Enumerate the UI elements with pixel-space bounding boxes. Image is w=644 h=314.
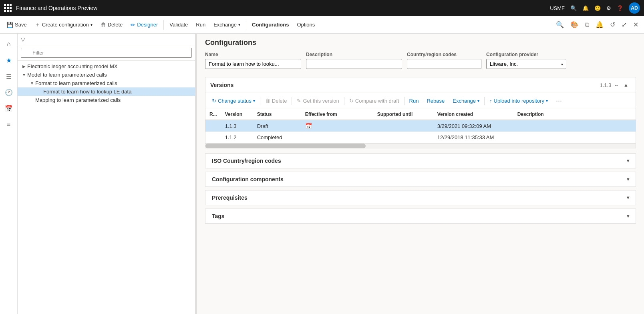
help-icon[interactable]: ❓ (617, 5, 623, 11)
scrollbar-thumb[interactable] (205, 144, 366, 148)
tree-item-format-learn[interactable]: ▼ Format to learn parameterized calls (18, 79, 195, 87)
tree-item-label-electronic-ledger: Electronic ledger accounting model MX (27, 63, 192, 69)
get-this-version-button[interactable]: ✎ Get this version (294, 97, 342, 105)
tree-item-electronic-ledger[interactable]: ▶ Electronic ledger accounting model MX (18, 62, 195, 71)
expander-format-learn[interactable]: ▼ (29, 81, 35, 85)
configurations-button[interactable]: Configurations (249, 20, 292, 29)
col-header-r: R... (205, 109, 221, 120)
create-configuration-button[interactable]: ＋ Create configuration ▾ (32, 20, 96, 30)
cell-desc-2 (513, 132, 636, 143)
prerequisites-chevron: ▾ (627, 195, 629, 201)
country-input[interactable] (407, 59, 481, 69)
tags-header[interactable]: Tags ▾ (205, 209, 636, 223)
expander-model-learn[interactable]: ▼ (21, 73, 27, 77)
configurations-label: Configurations (252, 22, 289, 28)
cell-created-2: 12/29/2018 11:35:33 AM (433, 132, 513, 143)
sidebar-clock-icon[interactable]: 🕐 (2, 85, 16, 99)
options-button[interactable]: Options (294, 20, 318, 29)
name-input[interactable] (205, 59, 301, 69)
change-status-button[interactable]: ↻ Change status ▾ (209, 97, 258, 105)
sidebar-star-icon[interactable]: ★ (2, 53, 16, 67)
expander-mapping-learn[interactable] (29, 98, 35, 102)
cell-supported-2 (373, 132, 433, 143)
expander-format-lookup[interactable] (37, 89, 43, 94)
change-status-chevron: ▾ (253, 99, 255, 103)
search-icon-top[interactable]: 🔍 (570, 5, 577, 11)
sidebar-calendar-icon[interactable]: 📅 (2, 101, 16, 115)
filter-icon-button[interactable]: ▽ (19, 34, 27, 44)
rebase-button[interactable]: Rebase (423, 97, 448, 105)
col-header-effective: Effective from (301, 109, 373, 120)
delete-icon: 🗑 (101, 22, 106, 28)
refresh-icon[interactable]: ↺ (608, 19, 618, 30)
toolbar: 💾 Save ＋ Create configuration ▾ 🗑 Delete… (0, 16, 644, 34)
delete-label: Delete (108, 22, 123, 28)
run-label-ver: Run (409, 98, 419, 104)
designer-button[interactable]: ✏ Designer (127, 20, 161, 30)
iso-country-header[interactable]: ISO Country/region codes ▾ (205, 154, 636, 168)
expander-electronic-ledger[interactable]: ▶ (21, 64, 27, 69)
toolbar-separator-2 (246, 20, 246, 30)
get-version-label: Get this version (303, 98, 339, 104)
versions-delete-label: Delete (272, 98, 287, 104)
search-button-toolbar[interactable]: 🔍 (553, 19, 566, 30)
sidebar-list-icon[interactable]: ≡ (2, 117, 16, 132)
rebase-label: Rebase (427, 98, 445, 104)
notification-icon-toolbar[interactable]: 🔔 (593, 19, 606, 30)
sidebar-menu-icon[interactable]: ☰ (2, 69, 16, 83)
validate-button[interactable]: Validate (166, 20, 191, 29)
versions-table: R... Version Status Effective from Suppo… (205, 109, 636, 143)
tree-item-mapping-learn[interactable]: Mapping to learn parameterized calls (18, 96, 195, 104)
smile-icon[interactable]: 🙂 (594, 5, 601, 11)
tags-section: Tags ▾ (205, 209, 636, 224)
versions-toolbar: ↻ Change status ▾ 🗑 Delete ✎ Get this ve… (205, 93, 636, 109)
exchange-button[interactable]: Exchange ▾ (210, 20, 244, 29)
sidebar-home-icon[interactable]: ⌂ (2, 37, 16, 51)
calendar-icon-1[interactable]: 📅 (305, 123, 312, 129)
upload-chevron: ▾ (546, 99, 548, 103)
color-palette-icon[interactable]: 🎨 (568, 19, 581, 30)
compare-draft-button[interactable]: ↻ Compare with draft (346, 97, 402, 105)
create-config-label: Create configuration (42, 22, 89, 28)
gear-icon-top[interactable]: ⚙ (606, 5, 611, 11)
split-view-icon[interactable]: ⧉ (582, 20, 592, 30)
toolbar-separator-1 (163, 20, 164, 30)
versions-exchange-button[interactable]: Exchange ▾ (449, 97, 483, 105)
delete-button[interactable]: 🗑 Delete (97, 20, 126, 30)
col-header-supported: Supported until (373, 109, 433, 120)
prerequisites-header[interactable]: Prerequisites ▾ (205, 190, 636, 205)
tree-item-model-learn[interactable]: ▼ Model to learn parameterized calls (18, 71, 195, 79)
validate-label: Validate (169, 22, 188, 28)
versions-title: Versions (210, 82, 233, 88)
iso-country-title: ISO Country/region codes (212, 158, 281, 164)
cell-desc-1 (513, 120, 636, 132)
more-options-button[interactable]: ··· (553, 95, 565, 106)
table-row[interactable]: 1.1.2 Completed 12/29/2018 11:35:33 AM (205, 132, 636, 143)
iso-country-chevron: ▾ (627, 158, 629, 164)
config-components-section: Configuration components ▾ (205, 172, 636, 187)
apps-grid-icon[interactable] (4, 4, 12, 12)
versions-delete-icon: 🗑 (265, 98, 270, 104)
tree-item-format-lookup[interactable]: Format to learn how to lookup LE data (18, 87, 195, 96)
table-row[interactable]: 1.1.3 Draft 📅 3/29/2021 09:32:09 AM (205, 120, 636, 132)
main-layout: ⌂ ★ ☰ 🕐 📅 ≡ ▽ 🔍 ▶ Electronic ledger acco… (0, 34, 644, 314)
bell-icon[interactable]: 🔔 (582, 5, 589, 11)
expand-icon[interactable]: ⤢ (619, 19, 629, 30)
versions-collapse-btn[interactable]: ▲ (621, 81, 631, 89)
tree-panel: ▽ 🔍 ▶ Electronic ledger accounting model… (18, 34, 195, 314)
versions-delete-button[interactable]: 🗑 Delete (262, 97, 290, 105)
user-label: USMF (550, 5, 565, 11)
description-input[interactable] (306, 59, 402, 69)
save-button[interactable]: 💾 Save (3, 20, 30, 30)
run-button[interactable]: Run (193, 20, 209, 29)
filter-input[interactable] (21, 48, 192, 58)
app-title: Finance and Operations Preview (16, 5, 546, 11)
horizontal-scrollbar[interactable] (205, 143, 636, 148)
config-components-header[interactable]: Configuration components ▾ (205, 172, 636, 186)
close-icon[interactable]: ✕ (631, 19, 641, 30)
upload-repository-button[interactable]: ↑ Upload into repository ▾ (486, 97, 551, 105)
avatar[interactable]: AD (629, 2, 640, 14)
provider-select[interactable]: Litware, Inc. (486, 59, 566, 69)
top-bar-right: USMF 🔍 🔔 🙂 ⚙ ❓ AD (550, 2, 640, 14)
versions-run-button[interactable]: Run (406, 97, 422, 105)
